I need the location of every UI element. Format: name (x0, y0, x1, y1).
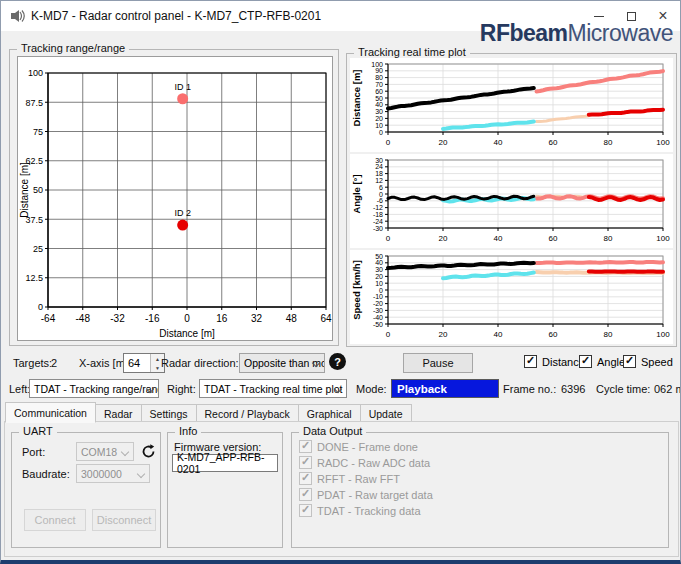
right-view-select[interactable]: TDAT - Tracking real time plot (199, 379, 347, 398)
frame-no-value: 6396 (561, 383, 585, 395)
svg-text:100: 100 (656, 330, 670, 339)
angle-toggle[interactable]: Angle (579, 355, 625, 368)
distance-checkbox[interactable] (524, 355, 537, 368)
svg-text:20: 20 (439, 234, 448, 243)
svg-text:0: 0 (379, 129, 383, 136)
info-group: Info Firmware version: K-MD7_APP-RFB-020… (167, 432, 283, 548)
svg-text:12: 12 (375, 177, 383, 184)
port-select: COM18 (76, 442, 134, 461)
svg-text:Distance [m]: Distance [m] (19, 162, 30, 218)
svg-text:10: 10 (375, 122, 383, 129)
connect-label: Connect (35, 514, 76, 526)
speed-checkbox[interactable] (623, 355, 636, 368)
port-value: COM18 (81, 446, 117, 458)
rfbeam-logo: RFbeamMicrowave (480, 20, 673, 47)
svg-text:0: 0 (386, 138, 391, 147)
right-view-label: Right: (167, 383, 196, 395)
data-output-title: Data Output (299, 425, 366, 437)
right-view-value: TDAT - Tracking real time plot (204, 383, 342, 395)
svg-text:10: 10 (375, 280, 383, 287)
tracking-range-group: Tracking range/range -64-48-32-160163248… (9, 49, 339, 346)
left-view-select[interactable]: TDAT - Tracking range/range (29, 379, 159, 398)
pdat-label: PDAT - Raw target data (317, 489, 433, 501)
pdat-output-row: PDAT - Raw target data (299, 488, 433, 501)
xaxis-stepper[interactable]: 64 ▲▼ (123, 353, 165, 373)
connect-button: Connect (24, 509, 86, 531)
range-chart-frame: -64-48-32-16016324864012.52537.55062.575… (17, 56, 333, 341)
firmware-version-field[interactable]: K-MD7_APP-RFB-0201 (172, 454, 278, 472)
logo-secondary: Microwave (568, 20, 673, 46)
rfft-label: RFFT - Raw FFT (317, 473, 400, 485)
pause-button[interactable]: Pause (403, 353, 473, 373)
tdat-label: TDAT - Tracking data (317, 505, 421, 517)
frame-no-label: Frame no.: (503, 383, 556, 395)
svg-text:80: 80 (604, 330, 613, 339)
svg-text:-48: -48 (76, 313, 91, 324)
svg-text:80: 80 (604, 138, 613, 147)
radar-direction-select[interactable]: Opposite than monito (239, 353, 325, 373)
svg-text:20: 20 (375, 273, 383, 280)
svg-text:6: 6 (379, 184, 383, 191)
svg-text:100: 100 (28, 68, 43, 78)
firmware-version-value: K-MD7_APP-RFB-0201 (177, 451, 277, 475)
svg-text:20: 20 (439, 330, 448, 339)
help-button[interactable]: ? (329, 353, 346, 370)
disconnect-button: Disconnect (92, 509, 156, 531)
svg-text:12.5: 12.5 (25, 273, 43, 283)
range-chart: -64-48-32-16016324864012.52537.55062.575… (18, 57, 332, 340)
speed-chart: 020406080100-50-40-30-20-1001020304050Sp… (350, 250, 673, 344)
tab-communication[interactable]: Communication (5, 402, 96, 423)
realtime-plot-group: Tracking real time plot 0204060801000102… (346, 53, 677, 347)
baudrate-label: Baudrate: (22, 468, 70, 480)
tdat-checkbox (299, 504, 312, 517)
svg-text:20: 20 (375, 115, 383, 122)
svg-text:-24: -24 (373, 218, 383, 225)
svg-text:70: 70 (375, 81, 383, 88)
tdat-output-row: TDAT - Tracking data (299, 504, 421, 517)
angle-chart: 020406080100-30-24-18-12-60612182430Angl… (350, 154, 673, 248)
tracking-range-title: Tracking range/range (17, 42, 129, 54)
targets-label: Targets: (13, 357, 52, 369)
svg-text:-20: -20 (373, 300, 383, 307)
distance-toggle[interactable]: Distance (524, 355, 585, 368)
window-title: K-MD7 - Radar control panel - K-MD7_CTP-… (31, 9, 321, 23)
radar-direction-label: Radar direction: (161, 357, 239, 369)
svg-text:Angle [°]: Angle [°] (351, 174, 362, 213)
svg-text:0: 0 (386, 234, 391, 243)
speed-toggle[interactable]: Speed (623, 355, 673, 368)
svg-text:0: 0 (38, 302, 43, 312)
svg-text:-32: -32 (110, 313, 125, 324)
angle-checkbox[interactable] (579, 355, 592, 368)
svg-text:50: 50 (375, 95, 383, 102)
radc-output-row: RADC - Raw ADC data (299, 456, 430, 469)
svg-text:Distance [m]: Distance [m] (159, 328, 215, 339)
port-label: Port: (22, 446, 45, 458)
svg-text:50: 50 (33, 185, 43, 195)
chevron-down-icon (121, 448, 129, 456)
svg-text:87.5: 87.5 (25, 98, 43, 108)
pdat-checkbox (299, 488, 312, 501)
svg-text:18: 18 (375, 170, 383, 177)
baudrate-select: 3000000 (76, 464, 150, 483)
mode-value-field: Playback (391, 379, 499, 398)
svg-text:80: 80 (375, 74, 383, 81)
data-output-group: Data Output DONE - Frame done RADC - Raw… (291, 432, 669, 548)
svg-text:ID 2: ID 2 (174, 208, 191, 218)
logo-primary: RFbeam (480, 20, 568, 46)
rfft-checkbox (299, 472, 312, 485)
svg-text:0: 0 (379, 191, 383, 198)
refresh-ports-icon[interactable] (140, 443, 157, 460)
svg-text:48: 48 (286, 313, 298, 324)
svg-text:-40: -40 (373, 314, 383, 321)
svg-text:-10: -10 (373, 293, 383, 300)
help-icon: ? (334, 356, 341, 368)
rfft-output-row: RFFT - Raw FFT (299, 472, 400, 485)
svg-text:-30: -30 (373, 225, 383, 232)
app-window: K-MD7 - Radar control panel - K-MD7_CTP-… (0, 0, 681, 564)
pause-label: Pause (422, 357, 453, 369)
svg-text:60: 60 (549, 330, 558, 339)
svg-text:Distance [m]: Distance [m] (351, 69, 362, 126)
left-view-label: Left: (9, 383, 30, 395)
svg-text:60: 60 (375, 88, 383, 95)
chevron-down-icon (137, 470, 145, 478)
